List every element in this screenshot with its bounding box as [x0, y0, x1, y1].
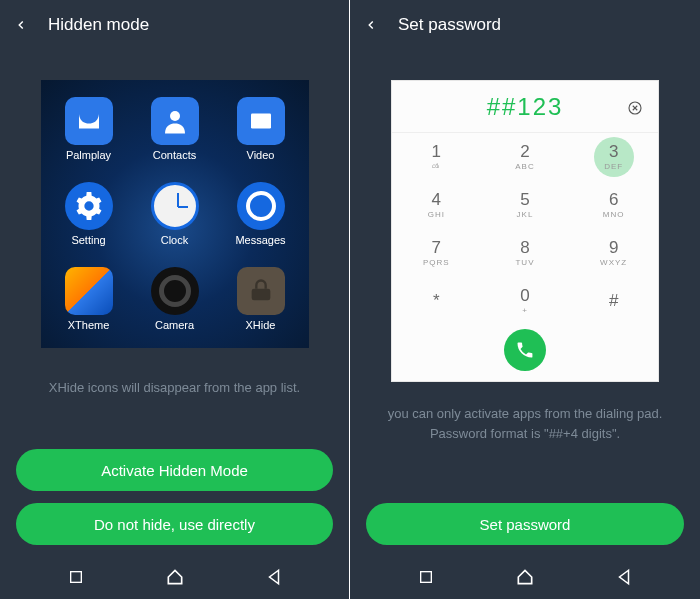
key-sub: PQRS	[423, 258, 450, 267]
key-num: 4	[432, 191, 441, 208]
dial-display: ##123	[392, 81, 658, 133]
back-button[interactable]	[12, 16, 30, 34]
key-num: 6	[609, 191, 618, 208]
setting-icon	[65, 182, 113, 230]
xhide-icon	[237, 267, 285, 315]
content: ##123 1ಯ 2ABC 3DEF 4GHI 5JKL 6MNO 7PQRS …	[350, 50, 700, 555]
key-num: 8	[520, 239, 529, 256]
header: Hidden mode	[0, 0, 349, 50]
key-sub: WXYZ	[600, 258, 627, 267]
hint-text: XHide icons will disappear from the app …	[29, 378, 320, 398]
activate-hidden-mode-button[interactable]: Activate Hidden Mode	[16, 449, 333, 491]
app-palmplay[interactable]: Palmplay	[47, 88, 131, 171]
button-group: Activate Hidden Mode Do not hide, use di…	[0, 449, 349, 555]
content: Palmplay Contacts Video Setting	[0, 50, 349, 555]
dial-key-1[interactable]: 1ಯ	[392, 133, 481, 181]
app-grid: Palmplay Contacts Video Setting	[41, 80, 309, 348]
dial-entered-value: ##123	[487, 93, 564, 121]
svg-rect-2	[251, 288, 270, 300]
video-icon	[237, 97, 285, 145]
key-sub: MNO	[603, 210, 625, 219]
app-label: Clock	[161, 234, 189, 246]
key-num: *	[433, 292, 440, 309]
dial-key-5[interactable]: 5JKL	[481, 181, 570, 229]
app-contacts[interactable]: Contacts	[133, 88, 217, 171]
camera-icon	[151, 267, 199, 315]
key-num: 1	[432, 143, 441, 160]
key-sub: ಯ	[432, 162, 441, 171]
key-sub: TUV	[515, 258, 534, 267]
nav-back-icon[interactable]	[264, 567, 284, 587]
nav-home-icon[interactable]	[165, 567, 185, 587]
nav-recent-icon[interactable]	[66, 567, 86, 587]
xtheme-icon	[65, 267, 113, 315]
app-label: XHide	[246, 319, 276, 331]
key-sub: ABC	[515, 162, 534, 171]
hint-text: you can only activate apps from the dial…	[350, 404, 700, 443]
dial-pad: ##123 1ಯ 2ABC 3DEF 4GHI 5JKL 6MNO 7PQRS …	[391, 80, 659, 382]
app-video[interactable]: Video	[219, 88, 303, 171]
header: Set password	[350, 0, 700, 50]
key-num: 5	[520, 191, 529, 208]
call-button[interactable]	[504, 329, 546, 371]
contacts-icon	[151, 97, 199, 145]
app-label: Setting	[71, 234, 105, 246]
dial-key-2[interactable]: 2ABC	[481, 133, 570, 181]
app-label: Camera	[155, 319, 194, 331]
screen-hidden-mode: Hidden mode Palmplay Contacts Video	[0, 0, 350, 599]
key-num: 9	[609, 239, 618, 256]
key-num: 7	[432, 239, 441, 256]
key-sub: +	[522, 306, 528, 315]
key-sub: DEF	[604, 162, 623, 171]
nav-home-icon[interactable]	[515, 567, 535, 587]
page-title: Hidden mode	[48, 15, 149, 35]
svg-point-0	[170, 111, 180, 121]
app-clock[interactable]: Clock	[133, 173, 217, 256]
palmplay-icon	[65, 97, 113, 145]
app-xhide[interactable]: XHide	[219, 257, 303, 340]
nav-bar	[0, 555, 349, 599]
app-xtheme[interactable]: XTheme	[47, 257, 131, 340]
app-label: Video	[247, 149, 275, 161]
page-title: Set password	[398, 15, 501, 35]
dial-key-0[interactable]: 0+	[481, 277, 570, 325]
clock-icon	[151, 182, 199, 230]
key-num: 2	[520, 143, 529, 160]
app-messages[interactable]: Messages	[219, 173, 303, 256]
button-group: Set password	[350, 503, 700, 555]
app-label: Messages	[235, 234, 285, 246]
dial-key-6[interactable]: 6MNO	[569, 181, 658, 229]
backspace-button[interactable]	[626, 99, 644, 117]
key-num: 3	[609, 143, 618, 160]
dial-key-star[interactable]: *	[392, 277, 481, 325]
app-label: XTheme	[68, 319, 110, 331]
nav-bar	[350, 555, 700, 599]
key-sub: GHI	[428, 210, 445, 219]
set-password-button[interactable]: Set password	[366, 503, 684, 545]
back-button[interactable]	[362, 16, 380, 34]
nav-back-icon[interactable]	[614, 567, 634, 587]
dial-key-hash[interactable]: #	[569, 277, 658, 325]
app-setting[interactable]: Setting	[47, 173, 131, 256]
call-row	[392, 325, 658, 381]
app-label: Contacts	[153, 149, 196, 161]
dial-key-7[interactable]: 7PQRS	[392, 229, 481, 277]
svg-rect-7	[420, 572, 431, 583]
dial-key-8[interactable]: 8TUV	[481, 229, 570, 277]
dial-keys: 1ಯ 2ABC 3DEF 4GHI 5JKL 6MNO 7PQRS 8TUV 9…	[392, 133, 658, 325]
svg-rect-1	[251, 114, 271, 129]
key-num: #	[609, 292, 618, 309]
app-camera[interactable]: Camera	[133, 257, 217, 340]
dial-key-4[interactable]: 4GHI	[392, 181, 481, 229]
messages-icon	[237, 182, 285, 230]
app-label: Palmplay	[66, 149, 111, 161]
key-sub: JKL	[517, 210, 534, 219]
screen-set-password: Set password ##123 1ಯ 2ABC 3DEF 4GHI 5JK…	[350, 0, 700, 599]
key-num: 0	[520, 287, 529, 304]
do-not-hide-button[interactable]: Do not hide, use directly	[16, 503, 333, 545]
svg-rect-3	[70, 572, 81, 583]
dial-key-9[interactable]: 9WXYZ	[569, 229, 658, 277]
nav-recent-icon[interactable]	[416, 567, 436, 587]
dial-key-3[interactable]: 3DEF	[569, 133, 658, 181]
